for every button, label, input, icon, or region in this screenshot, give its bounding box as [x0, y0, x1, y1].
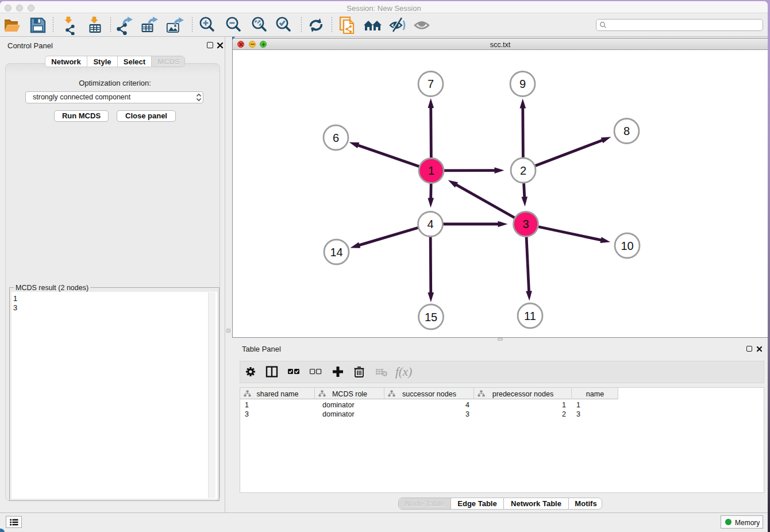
svg-text:15: 15	[425, 311, 437, 323]
svg-text:4: 4	[427, 218, 433, 230]
svg-text:7: 7	[428, 78, 434, 90]
svg-text:1: 1	[428, 164, 434, 177]
svg-text:9: 9	[519, 78, 526, 90]
svg-text:10: 10	[621, 240, 633, 252]
svg-text:3: 3	[522, 218, 529, 230]
svg-text:2: 2	[520, 164, 526, 177]
svg-text:8: 8	[623, 125, 630, 137]
svg-text:6: 6	[333, 132, 339, 144]
svg-text:14: 14	[330, 246, 342, 259]
svg-text:11: 11	[524, 310, 536, 322]
